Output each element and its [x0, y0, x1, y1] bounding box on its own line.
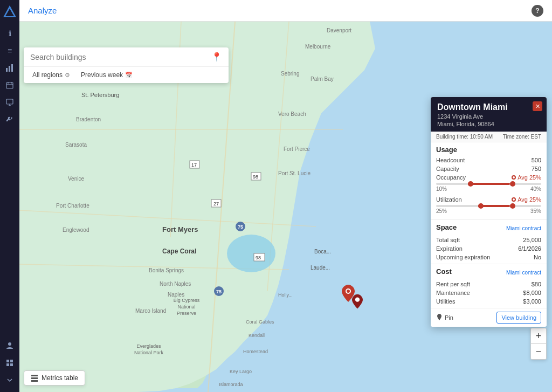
time-filter[interactable]: Previous week 📅 [79, 70, 135, 80]
upcoming-label: Upcoming expiration [436, 254, 490, 260]
cost-section-header: Cost Miami contract [436, 267, 541, 278]
building-time-row: Building time: 10:50 AM Time zone: EST [431, 132, 547, 142]
wrench-icon[interactable] [2, 112, 17, 127]
topbar: Analyze ? [19, 0, 552, 22]
svg-text:Bonita Springs: Bonita Springs [149, 267, 184, 273]
map-container[interactable]: St. Petersburg Bradenton Sarasota Venice… [19, 22, 552, 392]
timezone-label: Time zone: EST [503, 134, 541, 140]
metrics-table-button[interactable]: Metrics table [24, 370, 85, 386]
svg-text:Port St. Lucie: Port St. Lucie [278, 170, 310, 176]
svg-rect-73 [31, 377, 38, 379]
upcoming-value: No [534, 254, 541, 260]
pin-button[interactable]: Pin [436, 314, 453, 321]
sidebar-bottom [2, 338, 17, 388]
occupancy-fill [468, 183, 510, 185]
svg-text:75: 75 [216, 289, 222, 294]
usage-title: Usage [436, 146, 541, 154]
svg-text:Venice: Venice [68, 176, 84, 182]
user-icon[interactable] [2, 338, 17, 353]
svg-text:Boca...: Boca... [314, 249, 331, 255]
space-contract-link[interactable]: Miami contract [506, 225, 541, 231]
expiration-value: 6/1/2026 [518, 245, 541, 252]
calendar-icon[interactable] [2, 78, 17, 93]
svg-text:Sarasota: Sarasota [65, 142, 87, 148]
rent-row: Rent per sqft $80 [436, 280, 541, 288]
utilization-thumb-right [510, 203, 515, 209]
occupancy-thumb-right [510, 181, 515, 187]
building-time-label: Building time: 10:50 AM [436, 134, 493, 140]
svg-rect-14 [10, 360, 13, 362]
zoom-controls: + − [530, 328, 547, 360]
svg-text:Kendall: Kendall [249, 333, 265, 338]
map-pin-secondary[interactable] [352, 294, 363, 311]
logo-icon[interactable] [2, 4, 17, 19]
cost-title: Cost [436, 267, 452, 276]
maintenance-value: $8,000 [523, 290, 541, 296]
svg-text:Cape Coral: Cape Coral [162, 247, 196, 255]
upcoming-expiration-row: Upcoming expiration No [436, 253, 541, 262]
svg-text:Big Cypress: Big Cypress [174, 298, 200, 303]
svg-rect-15 [6, 363, 9, 366]
svg-text:Palm Bay: Palm Bay [310, 76, 334, 82]
rent-label: Rent per sqft [436, 281, 470, 287]
svg-rect-72 [31, 375, 38, 376]
occupancy-label: Occupancy [436, 174, 466, 181]
calendar-filter-icon: 📅 [125, 72, 133, 79]
svg-text:Port Charlotte: Port Charlotte [56, 203, 89, 209]
svg-text:Vero Beach: Vero Beach [278, 111, 306, 117]
space-section: Space Miami contract Total sqft 25,000 E… [431, 220, 547, 264]
occupancy-row: Occupancy Avg 25% [436, 173, 541, 182]
cost-contract-link[interactable]: Miami contract [506, 270, 541, 276]
svg-rect-2 [6, 68, 8, 72]
utilization-max: 35% [530, 208, 541, 214]
svg-text:Homestead: Homestead [243, 349, 268, 354]
expand-icon[interactable] [2, 373, 17, 388]
search-input[interactable] [30, 53, 211, 61]
headcount-label: Headcount [436, 157, 465, 163]
svg-text:Islamorada: Islamorada [219, 382, 243, 387]
search-input-row: 📍 [24, 47, 229, 67]
grid-icon[interactable] [2, 355, 17, 370]
chart-bar-icon[interactable] [2, 60, 17, 75]
usage-section: Usage Headcount 500 Capacity 750 Occupan… [431, 142, 547, 220]
search-filters: All regions ⚙ Previous week 📅 [24, 67, 229, 83]
zoom-in-button[interactable]: + [531, 328, 546, 343]
svg-text:Bradenton: Bradenton [76, 116, 101, 122]
occupancy-thumb-left [468, 181, 473, 187]
utilization-slider[interactable]: 25% 35% [436, 204, 541, 217]
svg-text:National Park: National Park [134, 350, 164, 355]
svg-rect-4 [11, 64, 13, 72]
rent-value: $80 [532, 281, 541, 287]
monitor-icon[interactable] [2, 95, 17, 110]
occupancy-avg: Avg 25% [512, 174, 541, 181]
svg-text:27: 27 [213, 201, 219, 207]
occupancy-min: 10% [436, 186, 447, 192]
occupancy-max: 40% [530, 186, 541, 192]
view-building-button[interactable]: View building [496, 312, 541, 324]
svg-point-71 [355, 298, 360, 302]
svg-text:Davenport: Davenport [327, 27, 351, 33]
space-section-header: Space Miami contract [436, 223, 541, 233]
svg-text:North Naples: North Naples [160, 281, 191, 287]
occupancy-slider[interactable]: 10% 40% [436, 182, 541, 195]
svg-point-70 [347, 290, 350, 293]
list-icon[interactable]: ≡ [2, 43, 17, 58]
zoom-out-button[interactable]: − [531, 344, 546, 359]
utilization-avg-dot [512, 197, 516, 202]
help-button[interactable]: ? [532, 5, 543, 17]
building-panel-footer: Pin View building [431, 308, 547, 327]
svg-text:98: 98 [253, 174, 258, 180]
utilization-labels: 25% 35% [436, 208, 541, 214]
svg-text:17: 17 [191, 162, 197, 168]
main-content: Analyze ? St. Petersburg Bradenton [19, 0, 552, 392]
info-icon[interactable]: ℹ [2, 26, 17, 41]
building-name: Downtown Miami [437, 102, 540, 112]
region-filter[interactable]: All regions ⚙ [30, 70, 72, 80]
svg-point-12 [8, 342, 11, 346]
filter-time-label: Previous week [81, 71, 123, 79]
sqft-label: Total sqft [436, 237, 460, 243]
svg-text:Coral Gables: Coral Gables [246, 319, 274, 325]
svg-text:75: 75 [238, 224, 243, 230]
headcount-row: Headcount 500 [436, 156, 541, 164]
building-panel-close-button[interactable]: ✕ [533, 101, 542, 111]
